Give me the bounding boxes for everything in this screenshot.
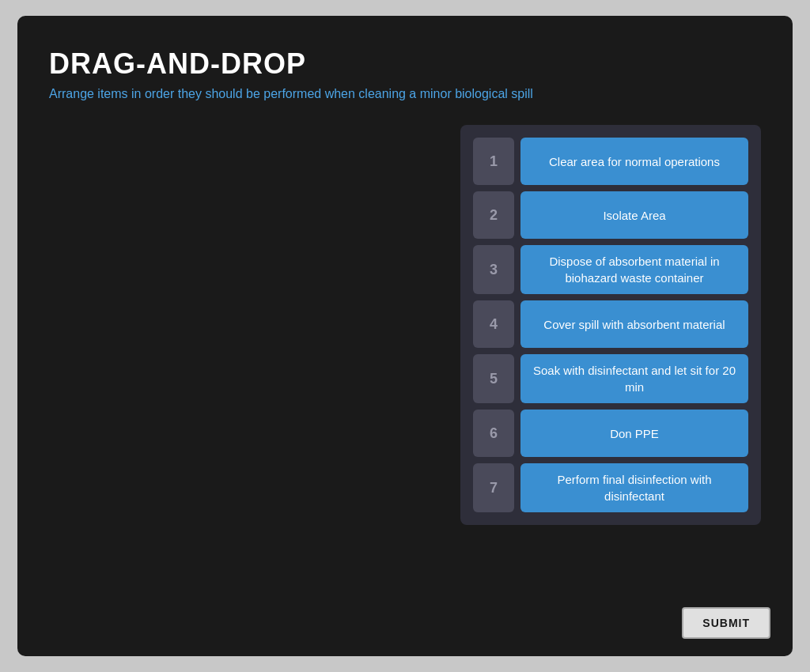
item-label: Clear area for normal operations [520,138,748,185]
drag-item[interactable]: 3Dispose of absorbent material in biohaz… [473,245,748,294]
item-number: 1 [473,138,514,185]
item-number: 4 [473,300,514,348]
page-title: DRAG-AND-DROP [49,47,761,81]
drag-item[interactable]: 5Soak with disinfectant and let sit for … [473,354,748,403]
drop-panel[interactable]: 1Clear area for normal operations2Isolat… [460,125,761,525]
item-label: Don PPE [520,410,748,457]
item-number: 5 [473,354,514,403]
submit-button[interactable]: SUBMIT [682,607,770,639]
drag-item[interactable]: 4Cover spill with absorbent material [473,300,748,348]
item-number: 7 [473,463,514,512]
drag-item[interactable]: 2Isolate Area [473,191,748,239]
main-frame: DRAG-AND-DROP Arrange items in order the… [17,16,793,656]
item-label: Perform final disinfection with disinfec… [520,463,748,512]
item-number: 3 [473,245,514,294]
item-label: Isolate Area [520,191,748,239]
item-label: Cover spill with absorbent material [520,300,748,348]
item-label: Soak with disinfectant and let sit for 2… [520,354,748,403]
page-subtitle: Arrange items in order they should be pe… [49,87,761,101]
item-label: Dispose of absorbent material in biohaza… [520,245,748,294]
item-number: 2 [473,191,514,239]
item-number: 6 [473,410,514,457]
drag-item[interactable]: 1Clear area for normal operations [473,138,748,185]
drag-item[interactable]: 7Perform final disinfection with disinfe… [473,463,748,512]
drag-item[interactable]: 6Don PPE [473,410,748,457]
content-area: 1Clear area for normal operations2Isolat… [49,125,761,525]
